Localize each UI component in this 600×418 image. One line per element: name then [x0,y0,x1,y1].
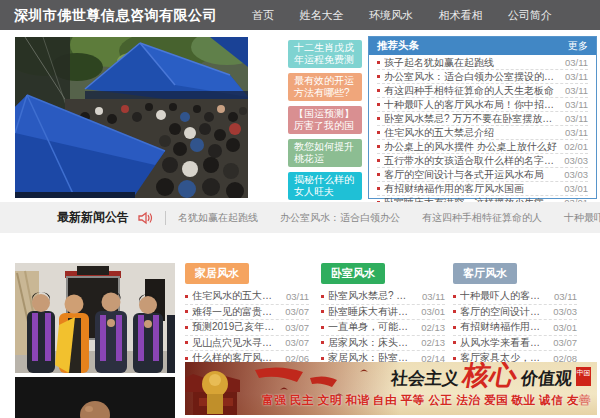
ticker-item[interactable]: 办公室风水：适合白领办公 [280,211,400,225]
headline-date: 03/03 [564,155,588,166]
gallery-photo-monks[interactable] [15,263,175,373]
article-text: 卧室睡床大有讲究，这 [328,305,415,319]
article-item[interactable]: 难得一见的富贵双全风 03/07 [185,305,309,321]
banner-values-line: 富强 民主 文明 和谐 自由 平等 公正 法治 爱国 敬业 诚信 友善 [262,393,591,408]
quick-link-button[interactable]: 十二生肖戊戌年运程免费测 [288,40,362,68]
article-date: 03/03 [553,306,577,317]
banner-title-part1: 社会主义 [390,367,460,390]
headline-item[interactable]: 客厅的空间设计与各式开运风水布局 03/03 [377,168,588,182]
bullet-icon [185,357,188,360]
bullet-icon [453,326,456,329]
article-item[interactable]: 卧室睡床大有讲究，这 03/01 [321,305,445,321]
bullet-icon [377,159,380,162]
nav-item[interactable]: 首页 [252,8,274,23]
more-link[interactable]: 更多 [568,39,588,53]
article-item[interactable]: 有招财纳福作用的客厅 03/01 [453,320,577,336]
section-badge-living[interactable]: 客厅风水 [453,263,517,284]
article-text: 客厅的空间设计与各式 [460,305,547,319]
headline-item[interactable]: 有招财纳福作用的客厅风水国画 03/01 [377,182,588,196]
article-date: 03/11 [286,291,309,302]
core-values-banner: 社会主义 核心 价值观 中国 富强 民主 文明 和谐 自由 平等 公正 法治 爱… [185,362,597,415]
bullet-icon [185,310,188,313]
headline-item[interactable]: 有这四种手相特征算命的人天生老板命 03/11 [377,84,588,98]
article-item[interactable]: 卧室风水禁忌? 万万不 03/11 [321,289,445,305]
article-item[interactable]: 住宅风水的五大禁忌介 03/11 [185,289,309,305]
quick-link-button[interactable]: 最有效的开运方法有哪些? [288,73,362,101]
headline-text: 客厅的空间设计与各式开运风水布局 [384,168,558,182]
bullet-icon [453,341,456,344]
banner-title-part2: 核心 [461,363,519,388]
headlines-panel: 推荐头条 更多 孩子起名犹如赢在起跑线 03/11 办公室风水：适合白领办公室摆… [368,36,597,199]
news-ticker: 最新新闻公告 名犹如赢在起跑线 办公室风水：适合白领办公 有这四种手相特征算命的… [0,202,600,233]
headline-date: 03/11 [565,57,588,68]
article-item[interactable]: 居家风水：床头真的不 02/13 [321,336,445,352]
headline-date: 03/11 [565,85,588,96]
main-nav: 首页 姓名大全 环境风水 相术看相 公司简介 [252,0,552,30]
bullet-icon [377,173,380,176]
bullet-icon [185,326,188,329]
headline-item[interactable]: 办公桌上的风水摆件 办公桌上放什么好 02/01 [377,140,588,154]
article-date: 03/07 [553,337,577,348]
article-item[interactable]: 从风水学来看看一客厅 03/07 [453,336,577,352]
article-text: 难得一见的富贵双全风 [192,305,279,319]
section-home-list: 住宅风水的五大禁忌介 03/11 难得一见的富贵双全风 03/07 预测2019… [185,289,309,367]
bullet-icon [453,295,456,298]
article-item[interactable]: 十种最吓人的客厅风水 03/11 [453,289,577,305]
article-text: 预测2019己亥年世界经 [192,320,279,334]
headline-text: 办公桌上的风水摆件 办公桌上放什么好 [384,140,558,154]
article-text: 居家风水：床头真的不 [328,336,415,350]
ticker-item[interactable]: 有这四种手相特征算命的人 [422,211,542,225]
ticker-item[interactable]: 十种最吓人的客厅风水布局 [564,211,600,225]
nav-item[interactable]: 姓名大全 [300,8,344,23]
article-item[interactable]: 一直单身，可能是你家 02/13 [321,320,445,336]
banner-seal: 中国 [576,367,591,386]
article-item[interactable]: 见山点穴见水寻龙，农 03/07 [185,336,309,352]
headline-text: 孩子起名犹如赢在起跑线 [384,56,559,70]
headline-date: 03/11 [565,71,588,82]
headline-item[interactable]: 卧室风水禁忌? 万万不要在卧室摆放这些东西 03/11 [377,112,588,126]
headlines-list: 孩子起名犹如赢在起跑线 03/11 办公室风水：适合白领办公室摆设的风水植物 0… [369,55,596,209]
photo-gallery [15,263,175,418]
headline-item[interactable]: 五行带水的女孩适合取什么样的名字和用什么 03/03 [377,154,588,168]
section-badge-bedroom[interactable]: 卧室风水 [321,263,385,284]
bullet-icon [377,89,380,92]
bullet-icon [453,357,456,360]
article-text: 有招财纳福作用的客厅 [460,320,547,334]
headline-text: 卧室风水禁忌? 万万不要在卧室摆放这些东西 [384,112,559,126]
headline-date: 03/03 [564,169,588,180]
gallery-photo-portrait[interactable] [15,377,175,418]
headline-item[interactable]: 十种最吓人的客厅风水布局！你中招了吗? 03/11 [377,98,588,112]
section-home-fengshui: 家居风水 住宅风水的五大禁忌介 03/11 难得一见的富贵双全风 03/07 预… [185,263,309,367]
headline-item[interactable]: 住宅风水的五大禁忌介绍 03/11 [377,126,588,140]
bullet-icon [321,295,324,298]
bullet-icon [377,187,380,190]
bullet-icon [321,357,324,360]
headline-text: 办公室风水：适合白领办公室摆设的风水植物 [384,70,559,84]
quick-link-button[interactable]: 【国运预测】厉害了我的国 [288,106,362,134]
quick-link-button[interactable]: 教您如何提升桃花运 [288,139,362,167]
nav-item[interactable]: 环境风水 [369,8,413,23]
bullet-icon [185,295,188,298]
article-text: 十种最吓人的客厅风水 [460,289,548,303]
headline-item[interactable]: 办公室风水：适合白领办公室摆设的风水植物 03/11 [377,70,588,84]
banner-text: 社会主义 核心 价值观 中国 富强 民主 文明 和谐 自由 平等 公正 法治 爱… [262,363,591,408]
bullet-icon [453,310,456,313]
headline-item[interactable]: 孩子起名犹如赢在起跑线 03/11 [377,56,588,70]
bullet-icon [377,131,380,134]
company-name: 深圳市佛世尊信息咨询有限公司 [14,0,217,30]
crowd-tents-photo [15,37,248,198]
bullet-icon [377,75,380,78]
headline-date: 02/01 [564,141,588,152]
quick-link-button[interactable]: 揭秘什么样的女人旺夫 [288,172,362,200]
ticker-item[interactable]: 名犹如赢在起跑线 [178,211,258,225]
nav-item[interactable]: 公司简介 [508,8,552,23]
section-badge-home[interactable]: 家居风水 [185,263,249,284]
headline-date: 03/11 [565,127,588,138]
article-date: 03/07 [285,322,309,333]
article-item[interactable]: 预测2019己亥年世界经 03/07 [185,320,309,336]
hero-carousel-image[interactable] [15,37,248,198]
article-date: 03/11 [554,291,577,302]
bullet-icon [321,326,324,329]
article-item[interactable]: 客厅的空间设计与各式 03/03 [453,305,577,321]
nav-item[interactable]: 相术看相 [439,8,483,23]
